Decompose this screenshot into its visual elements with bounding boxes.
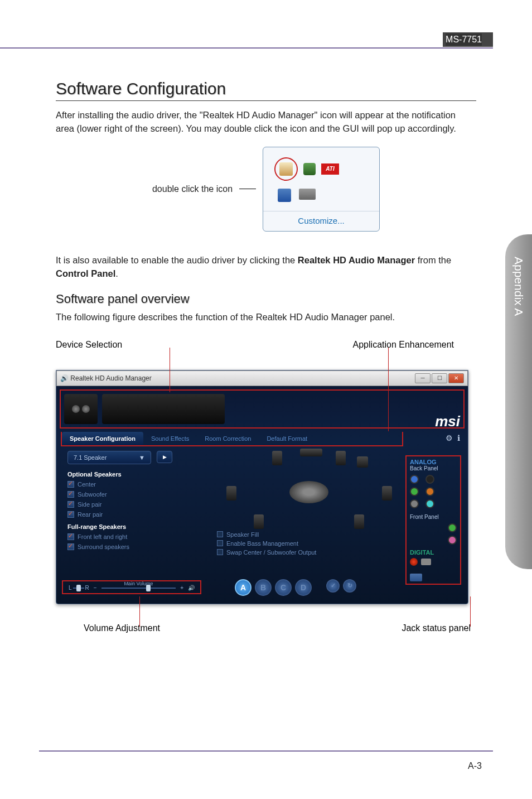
chk-center[interactable] (67, 481, 74, 488)
coax-jack[interactable] (421, 559, 431, 565)
close-button[interactable]: ✕ (448, 373, 464, 383)
optional-speakers-header: Optional Speakers (67, 471, 207, 478)
msi-logo: msi (435, 413, 460, 430)
window-title: 🔊 Realtek HD Audio Manager (60, 374, 152, 382)
intro-paragraph: After installing the audio driver, the "… (56, 109, 476, 136)
play-test-button[interactable]: ▶ (157, 451, 172, 463)
connector-settings-icon[interactable] (410, 574, 422, 581)
thx-mode-b[interactable]: B (255, 579, 272, 596)
volume-slider[interactable] (146, 585, 151, 591)
speaker-config-dropdown[interactable]: 7.1 Speaker▼ (67, 451, 151, 464)
io-panel-image (102, 394, 225, 424)
keyboard-icon[interactable] (299, 189, 316, 200)
chk-speaker-fill[interactable] (217, 531, 223, 537)
fullrange-header: Full-range Speakers (67, 523, 207, 530)
jack-rear[interactable] (425, 475, 434, 484)
tray-callout-label: double click the icon (152, 184, 233, 194)
callout-jack-status: Jack status panel (402, 623, 471, 633)
jack-status-panel: ANALOG Back Panel Front Panel DIGITAL (405, 455, 461, 585)
speaker-room-diagram[interactable] (217, 451, 401, 529)
jack-front-mic[interactable] (448, 536, 457, 545)
catalyst-icon[interactable] (303, 163, 316, 175)
ati-icon[interactable]: ATI (321, 163, 339, 175)
chk-sidepair[interactable] (67, 501, 74, 508)
jack-side[interactable] (410, 499, 419, 508)
tab-sound-effects[interactable]: Sound Effects (143, 432, 197, 445)
thx-mode-a[interactable]: A (235, 579, 252, 596)
chevron-down-icon: ▼ (139, 454, 145, 461)
chk-bass-mgmt[interactable] (217, 540, 223, 546)
balance-slider[interactable] (76, 585, 81, 591)
tab-room-correction[interactable]: Room Correction (197, 432, 259, 445)
info-icon[interactable]: ℹ (457, 434, 460, 442)
callout-device-selection: Device Selection (56, 340, 122, 350)
thx-mode-c[interactable]: C (275, 579, 292, 596)
jack-lineout[interactable] (410, 487, 419, 496)
analog-label: ANALOG (410, 459, 457, 465)
page-number: A-3 (468, 761, 482, 771)
enhancement-tabs: Speaker Configuration Sound Effects Room… (61, 432, 403, 446)
jack-linein[interactable] (410, 475, 419, 484)
tab-speaker-config[interactable]: Speaker Configuration (62, 432, 143, 445)
realtek-audio-icon[interactable] (274, 157, 298, 181)
customize-link[interactable]: Customize... (274, 216, 368, 225)
callout-volume-adjustment: Volume Adjustment (84, 623, 160, 633)
jack-front-hp[interactable] (448, 523, 457, 532)
chk-front-lr[interactable] (67, 533, 74, 540)
jack-csub[interactable] (425, 487, 434, 496)
display-icon[interactable] (278, 189, 291, 202)
gear-icon[interactable]: ⚙ (446, 434, 453, 442)
chk-swap-center[interactable] (217, 549, 223, 555)
appendix-tab: Appendix A (505, 234, 532, 569)
minimize-button[interactable]: ─ (415, 373, 431, 383)
device-selection-area[interactable] (60, 389, 465, 429)
callout-app-enhancement: Application Enhancement (353, 340, 454, 350)
chk-subwoofer[interactable] (67, 491, 74, 498)
control-panel-paragraph: It is also available to enable the audio… (56, 254, 476, 281)
jack-aux[interactable] (425, 499, 434, 508)
speaker-device-icon[interactable] (64, 394, 98, 424)
mute-icon[interactable]: 🔊 (188, 585, 195, 591)
back-panel-label: Back Panel (410, 465, 457, 471)
model-number: MS-7751 (446, 33, 482, 46)
chk-surround[interactable] (67, 543, 74, 550)
chk-rearpair[interactable] (67, 511, 74, 518)
digital-label: DIGITAL (410, 549, 457, 556)
thx-refresh-icon[interactable]: ↻ (343, 579, 356, 593)
notification-tray: ATI Customize... (263, 147, 380, 232)
overview-paragraph: The following figure describes the funct… (56, 311, 476, 324)
thx-mode-d[interactable]: D (295, 579, 312, 596)
thx-check-icon[interactable]: ✓ (326, 579, 340, 593)
subsection-heading: Software panel overview (56, 292, 476, 306)
audio-manager-window: 🔊 Realtek HD Audio Manager ─ ☐ ✕ msi ⚙ ℹ (56, 370, 468, 604)
section-heading: Software Configuration (56, 79, 476, 101)
volume-adjustment-area: LR − Main Volume + 🔊 (62, 580, 201, 594)
tab-default-format[interactable]: Default Format (259, 432, 315, 445)
front-panel-label: Front Panel (410, 514, 457, 520)
maximize-button[interactable]: ☐ (432, 373, 447, 383)
optical-jack[interactable] (410, 558, 418, 566)
